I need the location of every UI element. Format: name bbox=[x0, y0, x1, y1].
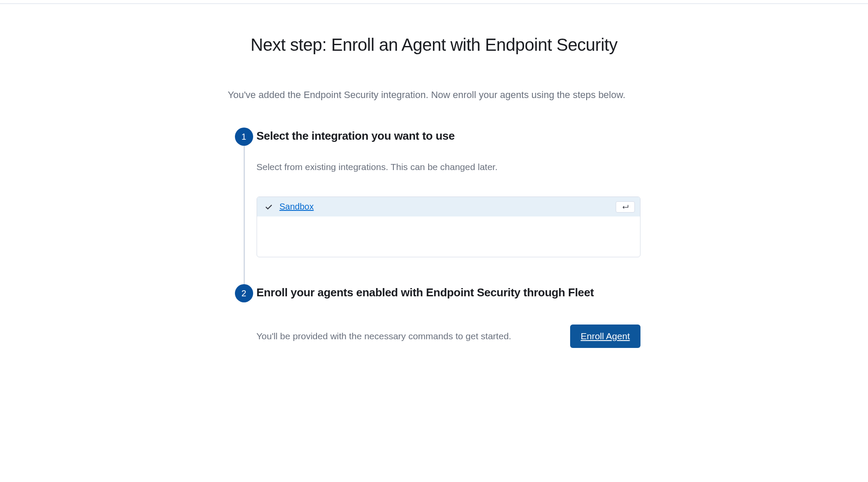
steps-list: 1 Select the integration you want to use… bbox=[228, 128, 640, 348]
step-1-description: Select from existing integrations. This … bbox=[257, 162, 640, 172]
step-2-action-row: You'll be provided with the necessary co… bbox=[257, 325, 640, 348]
enroll-agent-button[interactable]: Enroll Agent bbox=[570, 325, 640, 348]
step-number-badge-1: 1 bbox=[235, 128, 253, 146]
step-1: 1 Select the integration you want to use… bbox=[228, 128, 640, 257]
step-connector-line bbox=[244, 146, 245, 302]
page-title: Next step: Enroll an Agent with Endpoint… bbox=[228, 35, 640, 55]
page-subtitle: You've added the Endpoint Security integ… bbox=[228, 89, 640, 101]
top-divider bbox=[0, 3, 868, 4]
step-number-badge-2: 2 bbox=[235, 284, 253, 302]
enter-key-icon bbox=[616, 201, 635, 213]
integration-option-sandbox[interactable]: Sandbox bbox=[257, 197, 640, 216]
main-container: Next step: Enroll an Agent with Endpoint… bbox=[219, 35, 649, 348]
integration-option-label: Sandbox bbox=[280, 202, 314, 212]
check-icon bbox=[265, 203, 273, 211]
step-2-title: Enroll your agents enabled with Endpoint… bbox=[257, 284, 640, 299]
step-2: 2 Enroll your agents enabled with Endpoi… bbox=[228, 284, 640, 348]
step-2-description: You'll be provided with the necessary co… bbox=[257, 331, 512, 341]
integration-select-box[interactable]: Sandbox bbox=[257, 197, 640, 257]
step-1-title: Select the integration you want to use bbox=[257, 128, 640, 143]
